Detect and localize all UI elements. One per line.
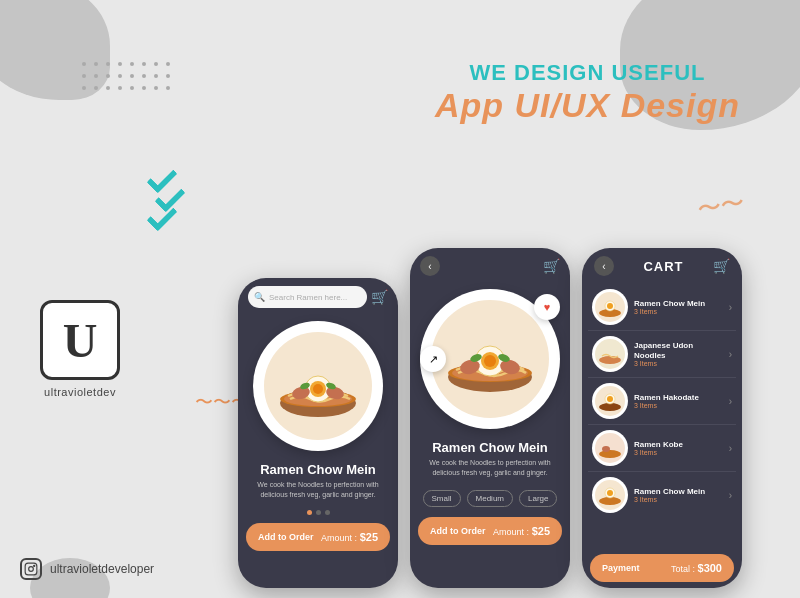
svg-point-36 (599, 450, 621, 458)
cart-item-5-name: Ramen Chow Mein (634, 487, 723, 497)
svg-point-34 (607, 396, 613, 402)
phone3-total-value: $300 (698, 562, 722, 574)
cart-item-1-name: Ramen Chow Mein (634, 299, 723, 309)
cart-item-4[interactable]: Ramen Kobe 3 Items › (588, 425, 736, 472)
phone2-amount-value: $25 (532, 525, 550, 537)
cart-item-5-arrow[interactable]: › (729, 490, 732, 501)
phone-1: 🔍 Search Ramen here... 🛒 (238, 278, 398, 588)
cart-item-1-count: 3 Items (634, 308, 723, 315)
footer-area: ultravioletdeveloper (20, 558, 154, 580)
instagram-icon (20, 558, 42, 580)
cart-item-4-info: Ramen Kobe 3 Items (634, 440, 723, 457)
phone2-food-info: Ramen Chow Mein We cook the Noodles to p… (410, 434, 570, 484)
size-small[interactable]: Small (423, 490, 461, 507)
phone2-amount: Amount : $25 (493, 525, 550, 537)
phone1-header: 🔍 Search Ramen here... 🛒 (238, 278, 398, 316)
cart-item-1[interactable]: Ramen Chow Mein 3 Items › (588, 284, 736, 331)
back-button-2[interactable]: ‹ (420, 256, 440, 276)
cart-item-2-info: Japanese Udon Noodles 3 Items (634, 341, 723, 367)
company-name: ultravioletdev (44, 386, 116, 398)
phone3-bottom-bar[interactable]: Payment Total : $300 (590, 554, 734, 582)
cart-item-1-image (592, 289, 628, 325)
phones-container: 🔍 Search Ramen here... 🛒 (180, 160, 800, 588)
phone3-header: ‹ CART 🛒 (582, 248, 742, 284)
cart-icon-3[interactable]: 🛒 (713, 258, 730, 274)
svg-point-37 (602, 446, 610, 452)
cart-item-5-image (592, 477, 628, 513)
logo-letter: U (63, 313, 98, 368)
cart-item-1-arrow[interactable]: › (729, 302, 732, 313)
size-buttons: Small Medium Large (410, 484, 570, 513)
search-icon: 🔍 (254, 292, 265, 302)
teal-chevrons (148, 170, 184, 224)
cart-item-5[interactable]: Ramen Chow Mein 3 Items › (588, 472, 736, 518)
share-button[interactable]: ↗ (420, 346, 446, 372)
search-placeholder: Search Ramen here... (269, 293, 347, 302)
phone2-food-desc: We cook the Noodles to perfection with d… (422, 458, 558, 478)
back-button-3[interactable]: ‹ (594, 256, 614, 276)
dot-1 (307, 510, 312, 515)
cart-item-3-arrow[interactable]: › (729, 396, 732, 407)
payment-button[interactable]: Payment (602, 563, 640, 573)
cart-item-4-name: Ramen Kobe (634, 440, 723, 450)
cart-icon-2[interactable]: 🛒 (543, 258, 560, 274)
size-large[interactable]: Large (519, 490, 557, 507)
cart-item-3-image (592, 383, 628, 419)
svg-point-9 (313, 384, 323, 394)
svg-point-41 (607, 490, 613, 496)
svg-point-20 (484, 355, 496, 367)
phone1-amount-value: $25 (360, 531, 378, 543)
size-medium[interactable]: Medium (467, 490, 513, 507)
phone2-food-name: Ramen Chow Mein (422, 440, 558, 455)
dot-3 (325, 510, 330, 515)
footer-handle: ultravioletdeveloper (50, 562, 154, 576)
dot-2 (316, 510, 321, 515)
dots-pattern (80, 60, 172, 92)
phone3-total: Total : $300 (671, 562, 722, 574)
cart-item-2-image (592, 336, 628, 372)
header-line2: App UI/UX Design (435, 86, 740, 125)
cart-title: CART (643, 259, 683, 274)
cart-item-3-info: Ramen Hakodate 3 Items (634, 393, 723, 410)
add-order-button-2[interactable]: Add to Order (430, 526, 486, 536)
cart-item-2-name: Japanese Udon Noodles (634, 341, 723, 360)
search-bar[interactable]: 🔍 Search Ramen here... (248, 286, 367, 308)
phone-3: ‹ CART 🛒 Ramen Chow Mein 3 Items › (582, 248, 742, 588)
phone1-dots (238, 506, 398, 519)
phone1-food-desc: We cook the Noodles to perfection with d… (250, 480, 386, 500)
header-area: WE DESIGN USEFUL App UI/UX Design (435, 60, 740, 125)
phone1-amount: Amount : $25 (321, 531, 378, 543)
cart-item-1-info: Ramen Chow Mein 3 Items (634, 299, 723, 316)
food-circle-1 (253, 321, 383, 451)
svg-point-35 (595, 433, 625, 463)
cart-item-2[interactable]: Japanese Udon Noodles 3 Items › (588, 331, 736, 378)
logo-box: U (40, 300, 120, 380)
svg-point-28 (607, 303, 613, 309)
cart-item-2-count: 3 Items (634, 360, 723, 367)
header-line1: WE DESIGN USEFUL (435, 60, 740, 86)
cart-item-4-image (592, 430, 628, 466)
svg-point-29 (595, 339, 625, 369)
cart-item-4-arrow[interactable]: › (729, 443, 732, 454)
cart-item-4-count: 3 Items (634, 449, 723, 456)
svg-rect-0 (25, 563, 37, 575)
cart-item-5-info: Ramen Chow Mein 3 Items (634, 487, 723, 504)
heart-button[interactable]: ♥ (534, 294, 560, 320)
cart-item-5-count: 3 Items (634, 496, 723, 503)
phone1-food-image (238, 316, 398, 456)
phone1-food-info: Ramen Chow Mein We cook the Noodles to p… (238, 456, 398, 506)
cart-item-3-count: 3 Items (634, 402, 723, 409)
cart-item-3[interactable]: Ramen Hakodate 3 Items › (588, 378, 736, 425)
phone1-food-name: Ramen Chow Mein (250, 462, 386, 477)
cart-icon[interactable]: 🛒 (371, 289, 388, 305)
phone2-bottom-bar[interactable]: Add to Order Amount : $25 (418, 517, 562, 545)
phone1-bottom-bar[interactable]: Add to Order Amount : $25 (246, 523, 390, 551)
svg-point-2 (34, 565, 35, 566)
phone2-header: ‹ 🛒 (410, 248, 570, 284)
phone2-food-image: ↗ ♥ (410, 284, 570, 434)
svg-point-30 (599, 356, 621, 364)
cart-item-2-arrow[interactable]: › (729, 349, 732, 360)
add-order-button-1[interactable]: Add to Order (258, 532, 314, 542)
cart-items-list: Ramen Chow Mein 3 Items › Japanese Udon … (582, 284, 742, 550)
phone-2: ‹ 🛒 ↗ (410, 248, 570, 588)
